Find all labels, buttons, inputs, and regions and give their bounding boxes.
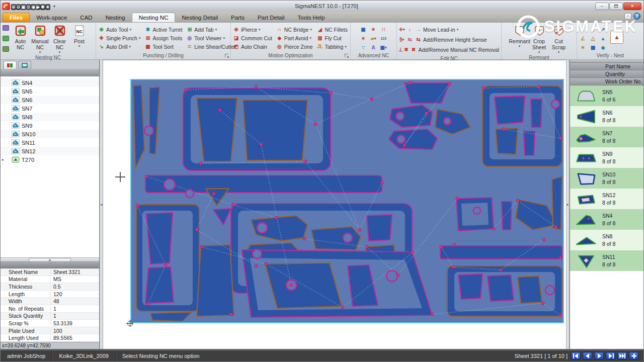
- settings-icon[interactable]: ✱: [40, 4, 45, 10]
- cut-scrap-button[interactable]: CutScrap ▾: [549, 24, 569, 54]
- nav-prev-button[interactable]: [583, 352, 592, 360]
- auto-nc-button[interactable]: AutoNC: [11, 24, 30, 54]
- app-logo-icon[interactable]: [2, 3, 10, 10]
- tab-nesting-nc[interactable]: Nesting NC: [132, 13, 176, 22]
- nested-part[interactable]: [243, 100, 307, 160]
- post-button[interactable]: NCPost ▾: [69, 24, 89, 54]
- ribbon-icon-button[interactable]: ∵: [359, 43, 368, 52]
- dialog-launcher-icon[interactable]: [225, 54, 228, 57]
- ribbon-icon-button[interactable]: §▾: [398, 35, 406, 44]
- ribbon-icon-button[interactable]: ✛▾: [398, 25, 406, 34]
- ribbon-button-tabbing[interactable]: JLTabbing▾: [315, 42, 349, 51]
- column-work-order[interactable]: Work Order No.: [570, 78, 643, 85]
- ribbon-icon-button[interactable]: ▩: [588, 43, 598, 52]
- part-row-sn7[interactable]: SN78 of 8: [570, 127, 643, 147]
- ribbon-button-nc-bridge[interactable]: ∩NC Bridge▾: [275, 25, 314, 34]
- ribbon-icon-button[interactable]: ✖: [404, 45, 409, 54]
- ribbon-icon-button[interactable]: ↓: [406, 25, 414, 34]
- ribbon-icon-button[interactable]: ⇆: [406, 35, 414, 44]
- nested-part[interactable]: [145, 267, 174, 303]
- splitter-grip[interactable]: ▾: [29, 258, 71, 262]
- ribbon-button-single-punch[interactable]: ✚Single Punch▾: [97, 34, 141, 42]
- nested-part[interactable]: [488, 275, 514, 301]
- ribbon-icon-button[interactable]: A: [369, 43, 378, 52]
- property-value[interactable]: 89.5565: [51, 335, 99, 341]
- ribbon-button-add-remove-height-sense[interactable]: ⇆Add/Remove Height Sense: [414, 35, 488, 44]
- ribbon-icon-button[interactable]: ∷: [379, 25, 388, 34]
- ribbon-button-auto-drill[interactable]: ↘Auto Drill▾: [97, 42, 141, 51]
- nesting-canvas[interactable]: [103, 60, 566, 349]
- ribbon-button-add-tab[interactable]: ⊞Add Tab▾: [185, 25, 236, 34]
- ribbon-button-common-cut[interactable]: ◪Common Cut: [232, 34, 273, 42]
- tab-parts-view[interactable]: [4, 61, 17, 69]
- zoom-selection-icon[interactable]: ◉: [31, 4, 36, 10]
- nested-part[interactable]: [531, 99, 542, 127]
- tab-files[interactable]: Files: [3, 13, 30, 22]
- ribbon-icon-button[interactable]: ✶: [578, 43, 588, 52]
- property-value[interactable]: 53.3139: [51, 320, 99, 326]
- clear-nc-button[interactable]: ClearNC ▾: [50, 24, 69, 54]
- tree-item-sn11[interactable]: SN11: [1, 138, 99, 147]
- ribbon-icon-button[interactable]: ∠: [578, 34, 588, 43]
- ribbon-icon-button[interactable]: ↗: [598, 25, 608, 34]
- part-row-sn6[interactable]: SN68 of 8: [570, 106, 643, 127]
- ribbon-button-move-lead-in[interactable]: →Move Lead-in▾: [414, 25, 459, 34]
- ribbon-button-ipierce[interactable]: ⊕iPierce▾: [232, 25, 273, 34]
- zoom-in-icon[interactable]: ⊕: [11, 4, 16, 10]
- verify-report-button[interactable]: ▲: [610, 31, 623, 44]
- nested-part[interactable]: [502, 202, 512, 230]
- nested-part[interactable]: [146, 213, 173, 264]
- property-value[interactable]: 1: [51, 306, 99, 312]
- nested-part[interactable]: [440, 246, 562, 259]
- tab-nesting[interactable]: Nesting: [99, 13, 132, 22]
- remnant-button[interactable]: Remnant ▾: [510, 24, 529, 54]
- ribbon-button-fly-cut[interactable]: ▥Fly Cut: [315, 34, 349, 42]
- help-icon[interactable]: ?: [633, 13, 640, 20]
- ribbon-button-nc-fillets[interactable]: ◢NC Fillets: [315, 25, 349, 34]
- part-row-sn9[interactable]: SN98 of 8: [570, 147, 643, 168]
- column-part-name[interactable]: Part Name: [570, 63, 643, 70]
- ribbon-icon-button[interactable]: ✶: [359, 34, 368, 43]
- tree-item-t270[interactable]: ▸T270: [1, 155, 99, 164]
- property-value[interactable]: 100: [51, 328, 99, 334]
- nested-part[interactable]: [518, 276, 542, 303]
- ribbon-icon-button[interactable]: ▰▾: [369, 34, 378, 43]
- part-row-sn5[interactable]: SN56 of 6: [570, 85, 643, 106]
- property-value[interactable]: Sheet 3321: [51, 269, 99, 275]
- property-value[interactable]: 0.5: [51, 284, 99, 290]
- run-icon[interactable]: ▶: [36, 4, 40, 10]
- nest-sheet[interactable]: [130, 79, 564, 323]
- property-value[interactable]: 120: [51, 291, 99, 297]
- nav-first-button[interactable]: [571, 352, 581, 360]
- nested-part[interactable]: [496, 128, 518, 154]
- tree-item-sn9[interactable]: SN9: [1, 121, 99, 130]
- ribbon-button-tool-viewer[interactable]: ◎Tool Viewer▾: [185, 34, 236, 42]
- tab-parts[interactable]: Parts: [224, 13, 251, 22]
- ribbon-icon-button[interactable]: ⊥: [398, 45, 403, 54]
- right-collapse-handle[interactable]: ▸: [566, 60, 570, 349]
- nested-part[interactable]: [552, 176, 562, 230]
- tree-item-sn8[interactable]: SN8: [1, 113, 99, 121]
- tree-item-sn12[interactable]: SN12: [1, 147, 99, 155]
- column-quantity[interactable]: Quantity: [570, 70, 643, 78]
- ribbon-icon-button[interactable]: ⊥: [588, 25, 598, 34]
- tree-item-sn5[interactable]: SN5: [1, 87, 99, 96]
- nav-last-button[interactable]: [606, 352, 615, 360]
- part-row-sn11[interactable]: SN118 of 8: [570, 250, 643, 271]
- tree-item-sn4[interactable]: SN4: [1, 78, 99, 87]
- ribbon-icon-button[interactable]: ▲: [598, 34, 608, 43]
- expander-icon[interactable]: ▸: [1, 157, 6, 162]
- restore-button[interactable]: [609, 3, 623, 10]
- part-row-sn10[interactable]: SN108 of 8: [570, 168, 643, 189]
- zoom-window-icon[interactable]: ▣: [21, 4, 26, 10]
- tab-part-detail[interactable]: Part Detail: [251, 13, 291, 22]
- ribbon-icon-button[interactable]: △: [588, 34, 598, 43]
- minimize-button[interactable]: –: [595, 3, 609, 10]
- tab-nesting-detail[interactable]: Nesting Detail: [175, 13, 224, 22]
- nested-part[interactable]: [367, 215, 392, 241]
- nested-part[interactable]: [197, 98, 237, 161]
- ribbon-icon-button[interactable]: ▦▾: [379, 43, 388, 52]
- nav-jump-button[interactable]: [617, 352, 627, 360]
- tab-sheet-view[interactable]: [18, 61, 31, 69]
- nested-part[interactable]: [311, 227, 361, 250]
